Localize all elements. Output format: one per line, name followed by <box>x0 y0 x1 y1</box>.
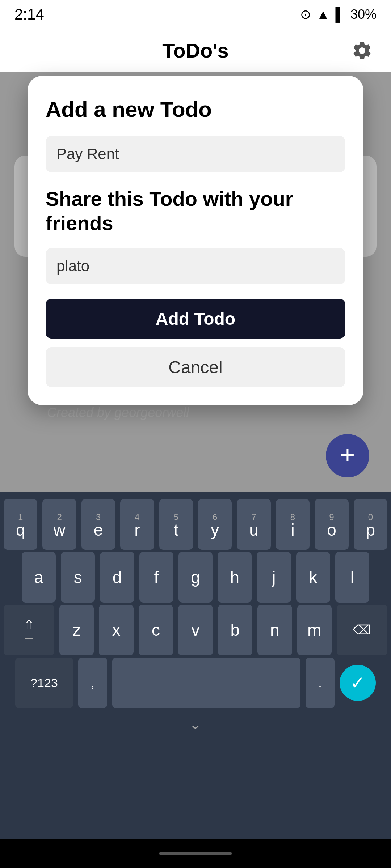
status-time: 2:14 <box>14 6 44 23</box>
plus-icon: + <box>340 442 355 468</box>
sync-icon: ⊙ <box>300 7 311 22</box>
signal-icon: ▌ <box>335 7 345 22</box>
sym-key[interactable]: ?123 <box>15 658 73 708</box>
key-g[interactable]: g <box>178 552 213 603</box>
shift-key[interactable]: ⇧ — <box>4 605 54 655</box>
key-c[interactable]: c <box>139 605 173 655</box>
nav-down-arrow[interactable]: ⌄ <box>189 716 202 732</box>
app-title: ToDo's <box>162 39 228 62</box>
add-todo-modal: Add a new Todo Share this Todo with your… <box>28 76 363 405</box>
key-s[interactable]: s <box>61 552 95 603</box>
keyboard-row-3: ⇧ — z x c v b n m ⌫ <box>4 605 387 655</box>
key-k[interactable]: k <box>296 552 330 603</box>
status-bar: 2:14 ⊙ ▲ ▌ 30% <box>0 0 391 29</box>
space-key[interactable] <box>112 658 300 708</box>
share-title: Share this Todo with your friends <box>46 187 345 235</box>
key-f[interactable]: f <box>139 552 173 603</box>
key-q[interactable]: 1 q <box>4 499 37 550</box>
key-d[interactable]: d <box>100 552 134 603</box>
done-key[interactable]: ✓ <box>340 665 376 701</box>
gear-icon <box>351 40 373 61</box>
add-todo-button[interactable]: Add Todo <box>46 299 345 339</box>
key-j[interactable]: j <box>257 552 291 603</box>
keyboard-row-4: ?123 , . ✓ <box>4 658 387 708</box>
navigation-bar <box>0 839 391 868</box>
cancel-label: Cancel <box>168 357 222 377</box>
key-v[interactable]: v <box>178 605 213 655</box>
wifi-icon: ▲ <box>317 7 330 22</box>
keyboard-nav: ⌄ <box>4 713 387 735</box>
friend-username-input[interactable] <box>46 248 345 284</box>
modal-title: Add a new Todo <box>46 98 345 122</box>
keyboard-row-2: a s d f g h j k l <box>4 552 387 603</box>
settings-button[interactable] <box>348 36 377 65</box>
key-x[interactable]: x <box>99 605 133 655</box>
fab-button[interactable]: + <box>326 434 369 477</box>
key-u[interactable]: 7 u <box>237 499 270 550</box>
app-bar: ToDo's <box>0 29 391 72</box>
key-r[interactable]: 4 r <box>120 499 154 550</box>
key-w[interactable]: 2 w <box>42 499 76 550</box>
key-b[interactable]: b <box>218 605 252 655</box>
key-o[interactable]: 9 o <box>315 499 348 550</box>
key-z[interactable]: z <box>59 605 94 655</box>
status-icons: ⊙ ▲ ▌ 30% <box>300 7 377 22</box>
todo-name-input[interactable] <box>46 136 345 172</box>
backspace-key[interactable]: ⌫ <box>337 605 387 655</box>
key-y[interactable]: 6 y <box>198 499 232 550</box>
keyboard: 1 q 2 w 3 e 4 r 5 t 6 y 7 u 8 i <box>0 492 391 839</box>
key-n[interactable]: n <box>257 605 292 655</box>
add-todo-label: Add Todo <box>156 309 235 329</box>
comma-key[interactable]: , <box>78 658 107 708</box>
period-key[interactable]: . <box>306 658 335 708</box>
key-e[interactable]: 3 e <box>81 499 115 550</box>
key-a[interactable]: a <box>22 552 56 603</box>
keyboard-row-1: 1 q 2 w 3 e 4 r 5 t 6 y 7 u 8 i <box>4 499 387 550</box>
nav-pill <box>159 852 232 855</box>
key-l[interactable]: l <box>335 552 369 603</box>
cancel-button[interactable]: Cancel <box>46 347 345 387</box>
key-p[interactable]: 0 p <box>354 499 387 550</box>
checkmark-icon: ✓ <box>350 672 365 693</box>
key-m[interactable]: m <box>297 605 332 655</box>
key-h[interactable]: h <box>218 552 252 603</box>
background-created-text: Created by georgeorwell <box>47 405 189 420</box>
key-t[interactable]: 5 t <box>159 499 193 550</box>
battery-icon: 30% <box>350 7 377 22</box>
key-i[interactable]: 8 i <box>276 499 310 550</box>
